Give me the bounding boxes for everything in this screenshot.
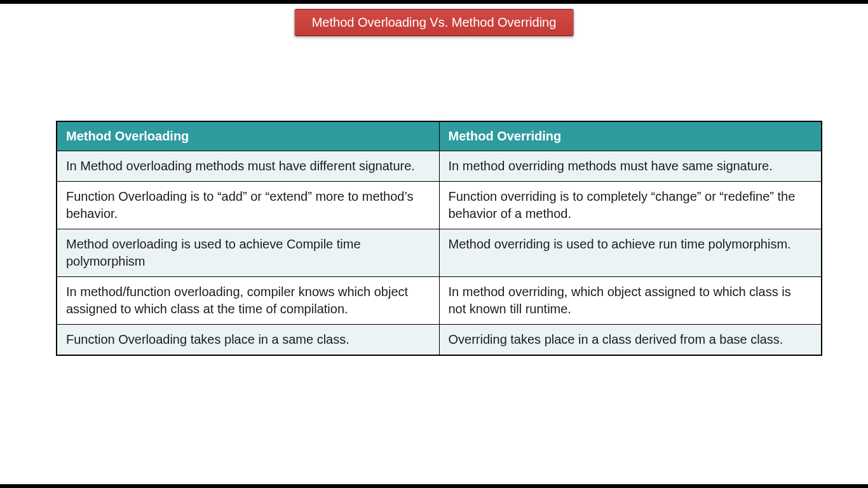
cell-overloading: Function Overloading is to “add” or “ext… — [57, 181, 439, 229]
letterbox-top — [0, 0, 868, 4]
slide-title: Method Overloading Vs. Method Overriding — [295, 9, 574, 36]
cell-overriding: Function overriding is to completely “ch… — [439, 181, 822, 229]
cell-overriding: Method overriding is used to achieve run… — [439, 229, 822, 276]
cell-overloading: Function Overloading takes place in a sa… — [57, 324, 439, 355]
table-header-row: Method Overloading Method Overriding — [57, 121, 822, 151]
cell-overloading: Method overloading is used to achieve Co… — [57, 229, 439, 276]
cell-overriding: Overriding takes place in a class derive… — [439, 324, 822, 355]
table-row: Method overloading is used to achieve Co… — [57, 229, 822, 276]
cell-overriding: In method overriding methods must have s… — [439, 151, 822, 181]
header-overriding: Method Overriding — [439, 121, 822, 151]
table-row: In method/function overloading, compiler… — [57, 276, 822, 324]
table-row: Function Overloading takes place in a sa… — [57, 324, 822, 355]
header-overloading: Method Overloading — [57, 121, 439, 151]
cell-overriding: In method overriding, which object assig… — [439, 276, 822, 324]
comparison-table: Method Overloading Method Overriding In … — [56, 121, 822, 356]
letterbox-bottom — [0, 484, 868, 488]
cell-overloading: In method/function overloading, compiler… — [57, 276, 439, 324]
table-row: Function Overloading is to “add” or “ext… — [57, 181, 822, 229]
table-row: In Method overloading methods must have … — [57, 151, 822, 181]
cell-overloading: In Method overloading methods must have … — [57, 151, 439, 181]
